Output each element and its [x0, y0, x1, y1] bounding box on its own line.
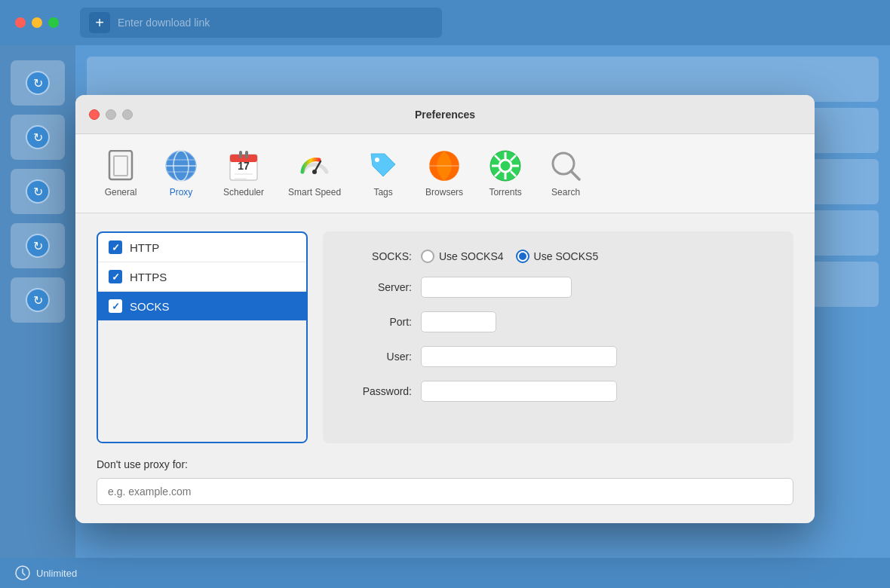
https-checkbox[interactable]: ✓: [109, 270, 122, 283]
modal-content: ✓ HTTP ✓ HTTPS ✓ SOCKS: [75, 213, 815, 523]
proxy-list-panel: ✓ HTTP ✓ HTTPS ✓ SOCKS: [97, 231, 308, 443]
server-label: Server:: [344, 281, 412, 293]
svg-rect-11: [239, 151, 242, 158]
socks-radio-group: Use SOCKS4 Use SOCKS5: [421, 250, 598, 263]
torrents-icon-svg: [489, 149, 522, 182]
socks-settings-panel: SOCKS: Use SOCKS4 Use SOCKS5: [323, 231, 793, 443]
user-label: User:: [344, 351, 412, 363]
svg-line-33: [571, 171, 579, 179]
proxy-item-https[interactable]: ✓ HTTPS: [98, 262, 306, 292]
password-row: Password:: [344, 381, 772, 402]
browsers-icon: [428, 149, 461, 182]
svg-rect-2: [114, 156, 127, 176]
port-row: Port:: [344, 311, 772, 332]
socks4-radio[interactable]: [421, 250, 434, 263]
socks-label: SOCKS: [130, 300, 170, 313]
user-input[interactable]: [421, 346, 617, 367]
password-input[interactable]: [421, 381, 617, 402]
svg-text:17: 17: [238, 160, 250, 172]
general-icon: [104, 149, 137, 182]
http-checkbox[interactable]: ✓: [109, 240, 122, 254]
scheduler-icon-svg: 17: [229, 150, 259, 182]
socks4-label: Use SOCKS4: [439, 250, 504, 262]
svg-point-17: [312, 170, 317, 174]
proxy-label: Proxy: [170, 187, 193, 198]
socks5-label: Use SOCKS5: [534, 250, 599, 262]
port-label: Port:: [344, 316, 412, 328]
http-label: HTTP: [130, 241, 159, 254]
socks-checkbox[interactable]: ✓: [109, 299, 122, 313]
search-label: Search: [551, 187, 580, 198]
tags-icon-svg: [367, 149, 400, 182]
user-row: User:: [344, 346, 772, 367]
tags-icon: [367, 149, 400, 182]
tab-proxy[interactable]: Proxy: [151, 143, 211, 204]
socks-check-mark: ✓: [112, 302, 120, 311]
socks4-option[interactable]: Use SOCKS4: [421, 250, 504, 263]
server-input[interactable]: [421, 277, 572, 298]
exclusion-label: Don't use proxy for:: [97, 458, 793, 470]
modal-overlay: Preferences General: [0, 0, 890, 588]
tab-smart-speed[interactable]: Smart Speed: [276, 143, 353, 204]
socks5-radio-fill: [519, 253, 526, 260]
general-icon-svg: [107, 150, 134, 182]
tab-search[interactable]: Search: [536, 143, 596, 204]
scheduler-icon: 17: [227, 149, 260, 182]
server-row: Server:: [344, 277, 772, 298]
modal-close-button[interactable]: [89, 109, 100, 120]
tab-tags[interactable]: Tags: [353, 143, 413, 204]
tab-general[interactable]: General: [91, 143, 151, 204]
torrents-icon: [489, 149, 522, 182]
exclusion-input[interactable]: [97, 478, 793, 505]
socks-type-row: SOCKS: Use SOCKS4 Use SOCKS5: [344, 250, 772, 263]
torrents-label: Torrents: [489, 187, 521, 198]
tab-browsers[interactable]: Browsers: [413, 143, 475, 204]
modal-minimize-button[interactable]: [106, 109, 116, 120]
exclusion-section: Don't use proxy for:: [97, 458, 793, 505]
smart-speed-label: Smart Speed: [288, 187, 341, 198]
search-icon: [549, 149, 582, 182]
browsers-label: Browsers: [425, 187, 463, 198]
tab-torrents[interactable]: Torrents: [475, 143, 536, 204]
port-input[interactable]: [421, 311, 496, 332]
general-label: General: [105, 187, 137, 198]
svg-point-18: [375, 158, 379, 162]
modal-titlebar: Preferences: [75, 95, 815, 134]
preferences-modal: Preferences General: [75, 95, 815, 523]
preferences-toolbar: General Proxy: [75, 134, 815, 213]
modal-traffic-lights: [89, 109, 133, 120]
smart-speed-icon: [298, 149, 331, 182]
proxy-list-empty-area: [98, 321, 306, 442]
proxy-item-http[interactable]: ✓ HTTP: [98, 233, 306, 262]
https-check-mark: ✓: [112, 272, 120, 282]
socks5-option[interactable]: Use SOCKS5: [516, 250, 599, 263]
smart-speed-icon-svg: [298, 149, 331, 182]
proxy-icon-svg: [164, 149, 198, 182]
tags-label: Tags: [373, 187, 392, 198]
http-check-mark: ✓: [112, 243, 120, 253]
tab-scheduler[interactable]: 17 Scheduler: [211, 143, 276, 204]
proxy-icon: [164, 149, 198, 182]
svg-rect-12: [245, 151, 248, 158]
proxy-item-socks[interactable]: ✓ SOCKS: [98, 292, 306, 321]
modal-title: Preferences: [415, 109, 475, 121]
password-label: Password:: [344, 385, 412, 397]
content-row: ✓ HTTP ✓ HTTPS ✓ SOCKS: [97, 231, 793, 443]
socks-type-label: SOCKS:: [344, 250, 412, 262]
https-label: HTTPS: [130, 271, 167, 283]
browsers-icon-svg: [428, 149, 461, 182]
modal-maximize-button[interactable]: [122, 109, 133, 120]
search-icon-svg: [549, 149, 582, 182]
scheduler-label: Scheduler: [223, 187, 264, 198]
socks5-radio[interactable]: [516, 250, 529, 263]
